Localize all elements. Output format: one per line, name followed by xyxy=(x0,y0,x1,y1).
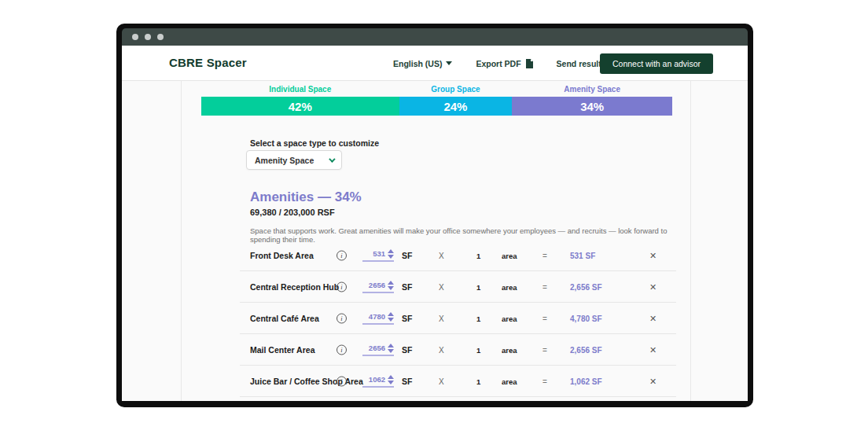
chevron-down-icon xyxy=(329,156,335,162)
group-space-label: Group Space xyxy=(399,85,513,94)
stepper-up-icon[interactable] xyxy=(388,344,394,348)
app-header: CBRE Spacer English (US) Export PDF Send… xyxy=(122,46,748,81)
quantity-value: 1 xyxy=(476,345,480,354)
sf-value-input[interactable]: 4780 xyxy=(362,312,394,325)
right-column-divider xyxy=(690,81,691,401)
remove-row-icon[interactable]: ✕ xyxy=(649,282,657,291)
multiply-sign: X xyxy=(439,251,444,259)
stepper-up-icon[interactable] xyxy=(388,375,394,379)
space-type-dropdown[interactable]: Amenity Space xyxy=(246,150,342,170)
info-icon[interactable]: i xyxy=(337,250,347,260)
sf-value: 1062 xyxy=(369,375,385,384)
sf-value-input[interactable]: 1062 xyxy=(362,375,394,388)
stepper-up-icon[interactable] xyxy=(388,281,394,285)
connect-advisor-button[interactable]: Connect with an advisor xyxy=(600,53,713,74)
window-titlebar xyxy=(122,28,748,46)
remove-row-icon[interactable]: ✕ xyxy=(649,345,657,354)
table-row: Front Desk Area i 531 SF X 1 area = 531 … xyxy=(240,240,676,271)
group-space-segment: 24% xyxy=(399,97,513,116)
export-pdf-button[interactable]: Export PDF xyxy=(476,59,532,68)
quantity-value: 1 xyxy=(476,314,480,322)
result-sf: 531 SF xyxy=(570,251,595,259)
result-sf: 1,062 SF xyxy=(570,377,602,385)
stepper-arrows[interactable] xyxy=(388,249,394,259)
table-row: Juice Bar / Coffee Shop Area i 1062 SF X… xyxy=(240,366,676,397)
unit-label: SF xyxy=(402,251,412,260)
sf-value-input[interactable]: 2656 xyxy=(362,281,394,293)
equals-sign: = xyxy=(542,314,547,322)
space-bar-labels: Individual Space Group Space Amenity Spa… xyxy=(201,85,672,94)
unit-label: SF xyxy=(402,377,412,386)
quantity-value: 1 xyxy=(476,251,480,259)
stepper-down-icon[interactable] xyxy=(388,255,394,259)
window-dot[interactable] xyxy=(157,34,164,40)
stepper-down-icon[interactable] xyxy=(388,349,394,353)
header-nav: English (US) Export PDF Send results xyxy=(393,46,620,81)
sf-value-input[interactable]: 2656 xyxy=(362,344,394,356)
stepper-arrows[interactable] xyxy=(388,312,394,322)
unit-label: SF xyxy=(402,314,412,323)
sf-value: 2656 xyxy=(369,281,385,289)
stepper-down-icon[interactable] xyxy=(388,318,394,322)
pdf-file-icon xyxy=(525,59,533,68)
quantity-value: 1 xyxy=(476,377,480,385)
sf-value-input[interactable]: 531 xyxy=(362,249,394,262)
result-sf: 2,656 SF xyxy=(570,282,602,291)
export-pdf-label: Export PDF xyxy=(476,59,520,68)
quantity-label: area xyxy=(502,251,517,259)
language-selector[interactable]: English (US) xyxy=(393,59,452,68)
multiply-sign: X xyxy=(439,282,444,291)
language-label: English (US) xyxy=(393,59,442,68)
result-sf: 2,656 SF xyxy=(570,345,602,354)
info-icon[interactable]: i xyxy=(337,313,347,323)
main-content: Individual Space Group Space Amenity Spa… xyxy=(122,81,748,401)
stepper-up-icon[interactable] xyxy=(388,249,394,253)
table-row: Mail Center Area i 2656 SF X 1 area = 2,… xyxy=(240,334,676,366)
info-icon[interactable]: i xyxy=(337,376,347,386)
sf-value: 4780 xyxy=(369,312,385,321)
remove-row-icon[interactable]: ✕ xyxy=(649,314,657,322)
stepper-arrows[interactable] xyxy=(388,375,394,384)
amenity-name: Mail Center Area xyxy=(250,345,314,355)
table-row: Central Reception Hub i 2656 SF X 1 area… xyxy=(240,271,676,303)
stepper-down-icon[interactable] xyxy=(388,286,394,290)
section-rsf-summary: 69,380 / 203,000 RSF xyxy=(250,208,335,217)
stepper-arrows[interactable] xyxy=(388,281,394,290)
individual-space-segment: 42% xyxy=(201,97,399,116)
table-row: Central Café Area i 4780 SF X 1 area = 4… xyxy=(240,303,676,334)
stepper-up-icon[interactable] xyxy=(388,312,394,316)
space-type-selected-value: Amenity Space xyxy=(255,156,314,165)
left-column-divider xyxy=(181,81,182,401)
unit-label: SF xyxy=(402,345,412,355)
stepper-arrows[interactable] xyxy=(388,344,394,353)
quantity-label: area xyxy=(502,282,517,291)
equals-sign: = xyxy=(542,377,547,385)
unit-label: SF xyxy=(402,282,412,292)
quantity-label: area xyxy=(502,377,517,385)
equals-sign: = xyxy=(542,251,547,259)
individual-space-label: Individual Space xyxy=(201,85,399,94)
info-icon[interactable]: i xyxy=(337,281,347,292)
equals-sign: = xyxy=(542,282,547,291)
amenity-space-segment: 34% xyxy=(512,97,672,116)
window-dot[interactable] xyxy=(132,34,138,40)
app-page: CBRE Spacer English (US) Export PDF Send… xyxy=(122,46,748,401)
multiply-sign: X xyxy=(439,377,444,385)
window-dot[interactable] xyxy=(145,34,151,40)
quantity-label: area xyxy=(502,314,517,322)
amenity-name: Central Café Area xyxy=(250,314,319,323)
section-title: Amenities — 34% xyxy=(250,189,362,205)
space-type-select-label: Select a space type to customize xyxy=(250,138,379,148)
send-results-label: Send results xyxy=(557,59,606,68)
multiply-sign: X xyxy=(439,345,444,354)
amenity-name: Central Reception Hub xyxy=(250,282,339,292)
info-icon[interactable]: i xyxy=(337,344,347,355)
remove-row-icon[interactable]: ✕ xyxy=(649,251,657,259)
result-sf: 4,780 SF xyxy=(570,314,602,322)
equals-sign: = xyxy=(542,345,547,354)
stepper-down-icon[interactable] xyxy=(388,381,394,384)
app-logo[interactable]: CBRE Spacer xyxy=(169,56,247,69)
sf-value: 531 xyxy=(373,249,385,258)
browser-window: CBRE Spacer English (US) Export PDF Send… xyxy=(116,24,753,407)
remove-row-icon[interactable]: ✕ xyxy=(649,377,657,385)
